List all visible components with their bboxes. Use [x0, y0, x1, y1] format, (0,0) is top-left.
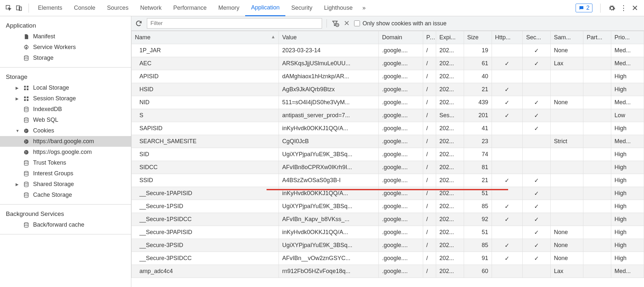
sidebar-item-session-storage[interactable]: ▶Session Storage	[0, 93, 131, 104]
table-row[interactable]: AECARSKqsJjjUSlmuLe0UU....google..../202…	[132, 57, 644, 70]
column-sec[interactable]: Sec...	[523, 31, 551, 44]
tab-lighthouse[interactable]: Lighthouse	[318, 0, 358, 16]
section-application: Application	[0, 20, 131, 31]
table-row[interactable]: SAPISIDinKyHvdk0OKKJ1QQ/A....google..../…	[132, 122, 644, 135]
device-toggle-icon[interactable]	[16, 5, 23, 12]
table-row[interactable]: __Secure-3PSIDCCAFvIBn__vOw2znGSYC....go…	[132, 252, 644, 265]
tab-security[interactable]: Security	[285, 0, 318, 16]
table-row[interactable]: NID511=sO4I4jDS0he3VyM....google..../202…	[132, 96, 644, 109]
filter-input[interactable]	[147, 18, 322, 29]
svg-point-20	[25, 140, 26, 141]
sidebar-item-label: Cache Storage	[33, 192, 72, 198]
cell-prio: High	[611, 148, 644, 161]
tab-memory[interactable]: Memory	[212, 0, 245, 16]
table-row[interactable]: HSIDAgBx9JkAlQrb9Btzx.google..../202...2…	[132, 83, 644, 96]
cell-path: /	[423, 57, 436, 70]
tab-performance[interactable]: Performance	[167, 0, 212, 16]
cell-name: AEC	[132, 57, 279, 70]
column-name[interactable]: Name▲	[132, 31, 279, 44]
sidebar-item-label: Trust Tokens	[33, 159, 66, 166]
inspect-icon[interactable]	[5, 5, 12, 12]
sidebar-item-cache-storage[interactable]: Cache Storage	[0, 190, 131, 200]
cell-part	[583, 44, 611, 57]
cell-name: APISID	[132, 70, 279, 83]
table-row[interactable]: __Secure-3PSIDUgiXYPjpaIYuE9K_3BSq....go…	[132, 239, 644, 252]
table-row[interactable]: SSIDA4BSzZwOSaS0g3B-I.google..../202...2…	[132, 174, 644, 187]
table-row[interactable]: 1P_JAR2023-03-23-14.google..../202...19✓…	[132, 44, 644, 57]
cell-name: HSID	[132, 83, 279, 96]
column-value[interactable]: Value	[279, 31, 379, 44]
table-row[interactable]: SIDCCAFvIBn8oCPRXw0IKrh9I....google..../…	[132, 161, 644, 174]
table-row[interactable]: __Secure-3PAPISIDinKyHvdk0OKKJ1QQ/A....g…	[132, 226, 644, 239]
refresh-icon[interactable]	[135, 20, 142, 27]
cell-exp: 202...	[436, 83, 464, 96]
cell-name: S	[132, 109, 279, 122]
column-size[interactable]: Size	[464, 31, 492, 44]
cell-exp: 202...	[436, 96, 464, 109]
sidebar-item-label: https://ogs.google.com	[33, 149, 92, 156]
cell-sec	[523, 70, 551, 83]
table-row[interactable]: __Secure-1PSIDUgiXYPjpaIYuE9K_3BSq....go…	[132, 200, 644, 213]
table-row[interactable]: SEARCH_SAMESITECgQI0JcB.google..../202..…	[132, 135, 644, 148]
column-prio[interactable]: Prio...	[611, 31, 644, 44]
cell-name: __Secure-1PAPISID	[132, 187, 279, 200]
cell-exp: 202...	[436, 148, 464, 161]
sidebar-item-back-forward-cache[interactable]: Back/forward cache	[0, 219, 131, 230]
column-part[interactable]: Part...	[583, 31, 611, 44]
sidebar-item-storage[interactable]: Storage	[0, 53, 131, 63]
file-icon	[23, 34, 30, 40]
cell-same	[551, 213, 583, 226]
table-row[interactable]: amp_adc4c4rn912FbO5HZvFoqe18q....google.…	[132, 265, 644, 278]
column-expi[interactable]: Expi...	[436, 31, 464, 44]
sidebar-item-indexeddb[interactable]: IndexedDB	[0, 104, 131, 115]
cell-exp: 202...	[436, 213, 464, 226]
clear-filter-icon[interactable]	[331, 19, 339, 27]
tab-network[interactable]: Network	[134, 0, 167, 16]
table-row[interactable]: SIDUgiXYPjpaIYuE9K_3BSq....google..../20…	[132, 148, 644, 161]
issues-badge[interactable]: 2	[576, 4, 592, 12]
divider	[327, 19, 327, 28]
sidebar-item-web-sql[interactable]: Web SQL	[0, 115, 131, 125]
sidebar-item-service-workers[interactable]: Service Workers	[0, 42, 131, 53]
cookie-origin-item[interactable]: https://bard.google.com	[0, 136, 131, 147]
column-domain[interactable]: Domain	[379, 31, 423, 44]
column-sam[interactable]: Sam...	[551, 31, 583, 44]
table-row[interactable]: Santipasti_server_prod=7....google..../S…	[132, 109, 644, 122]
kebab-menu-icon[interactable]: ⋮	[620, 4, 627, 12]
cell-domain: .google....	[379, 265, 423, 278]
more-tabs-icon[interactable]: »	[358, 5, 369, 11]
cell-exp: 202...	[436, 200, 464, 213]
cell-sec	[523, 135, 551, 148]
cell-http	[492, 265, 523, 278]
cookie-icon	[23, 139, 30, 144]
cell-size: 19	[464, 44, 492, 57]
sidebar-item-trust-tokens[interactable]: Trust Tokens	[0, 157, 131, 168]
cookie-origin-item[interactable]: https://ogs.google.com	[0, 147, 131, 157]
gear-icon[interactable]	[608, 5, 615, 12]
cell-size: 21	[464, 174, 492, 187]
column-http[interactable]: Http...	[492, 31, 523, 44]
table-row[interactable]: APISIDdAMghiaox1hHznkp/AR....google..../…	[132, 70, 644, 83]
clear-icon[interactable]: ✕	[344, 19, 350, 28]
cell-size: 91	[464, 252, 492, 265]
close-icon[interactable]: ✕	[632, 4, 638, 13]
tab-console[interactable]: Console	[68, 0, 101, 16]
tab-application[interactable]: Application	[245, 0, 285, 16]
cell-size: 21	[464, 83, 492, 96]
sidebar-item-interest-groups[interactable]: Interest Groups	[0, 168, 131, 179]
cell-size: 74	[464, 148, 492, 161]
sidebar-item-cookies[interactable]: ▼Cookies	[0, 125, 131, 136]
table-row[interactable]: __Secure-1PSIDCCAFvIBn_Kapv_b8VKss_....g…	[132, 213, 644, 226]
cell-part	[583, 187, 611, 200]
cell-path: /	[423, 109, 436, 122]
column-p[interactable]: P..	[423, 31, 436, 44]
cell-exp: 202...	[436, 174, 464, 187]
cell-domain: .google....	[379, 135, 423, 148]
cell-prio: Med...	[611, 96, 644, 109]
sidebar-item-local-storage[interactable]: ▶Local Storage	[0, 82, 131, 93]
sidebar-item-shared-storage[interactable]: ▶Shared Storage	[0, 179, 131, 190]
issues-only-checkbox[interactable]	[354, 20, 360, 26]
sidebar-item-manifest[interactable]: Manifest	[0, 31, 131, 42]
tab-elements[interactable]: Elements	[32, 0, 68, 16]
tab-sources[interactable]: Sources	[101, 0, 134, 16]
